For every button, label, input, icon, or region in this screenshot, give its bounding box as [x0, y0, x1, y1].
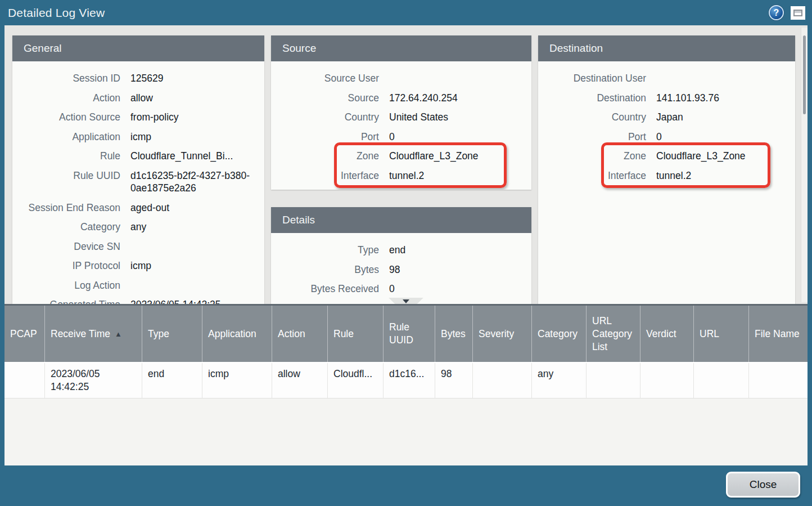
field-row: Source User — [271, 69, 531, 88]
field-row: Category any — [12, 217, 264, 237]
field-row: Destination 141.101.93.76 — [538, 88, 795, 108]
column-header[interactable]: Type — [142, 306, 202, 362]
field-row: Country United States — [271, 108, 531, 127]
field-value: Cloudflare_Tunnel_Bi... — [130, 150, 240, 163]
field-row: Rule UUID d1c16235-b2f2-4327-b380-0ae187… — [12, 166, 264, 198]
field-label: Destination User — [538, 72, 656, 85]
field-label: Type — [271, 244, 389, 257]
field-row: Port 0 — [538, 127, 795, 147]
field-value: 141.101.93.76 — [656, 92, 726, 105]
field-value: 2023/06/05 14:42:25 — [130, 298, 228, 304]
column-header[interactable]: Application — [202, 306, 272, 362]
column-header[interactable]: PCAP — [4, 306, 45, 362]
column-header[interactable]: File Name — [749, 306, 808, 362]
field-value: United States — [389, 111, 455, 124]
table-cell[interactable] — [4, 363, 45, 398]
table-cell[interactable]: icmp — [202, 363, 272, 398]
field-value — [130, 240, 137, 253]
field-row: Action allow — [12, 88, 264, 108]
field-label: Application — [12, 131, 130, 144]
page-title: Detailed Log View — [8, 6, 105, 20]
log-table-header: PCAP Receive Time ▲ Type Application — [4, 306, 808, 362]
field-value — [130, 279, 137, 292]
field-value: Cloudflare_L3_Zone — [389, 150, 485, 163]
general-panel-body: Session ID 125629 Action allow Action So… — [12, 61, 264, 304]
field-label: Bytes Received — [271, 283, 389, 295]
column-header-label: URL Category List — [592, 315, 634, 353]
field-label: Category — [12, 221, 130, 234]
column-header-label: Type — [148, 328, 169, 341]
field-value: 0 — [389, 283, 402, 295]
details-panel: Details Type end Bytes 98 — [271, 207, 531, 304]
table-cell[interactable] — [694, 363, 749, 398]
table-cell[interactable]: d1c16... — [384, 363, 435, 398]
table-empty-area — [4, 398, 808, 465]
field-label: Zone — [271, 150, 389, 163]
column-header-label: Action — [278, 328, 305, 341]
chevron-down-icon — [403, 299, 409, 303]
column-header[interactable]: URL Category List — [587, 306, 640, 362]
field-label: Session ID — [12, 72, 130, 85]
field-label: Rule UUID — [12, 169, 130, 195]
field-row: Bytes Received 0 — [271, 279, 531, 299]
field-label: Interface — [538, 169, 656, 182]
field-value: Cloudflare_L3_Zone — [656, 150, 752, 163]
field-value: 172.64.240.254 — [389, 92, 464, 105]
field-value: tunnel.2 — [656, 169, 698, 182]
destination-panel-header: Destination — [538, 35, 795, 61]
field-value: d1c16235-b2f2-4327-b380-0ae1875e2a26 — [130, 169, 264, 195]
field-row: Session ID 125629 — [12, 69, 264, 88]
details-panel-body: Type end Bytes 98 Bytes Received 0 — [271, 233, 531, 304]
field-value: Japan — [656, 111, 690, 124]
table-cell[interactable]: 98 — [435, 363, 473, 398]
column-header[interactable]: Verdict — [640, 306, 694, 362]
field-label: Generated Time — [12, 298, 130, 304]
field-row: Interface tunnel.2 — [538, 166, 795, 186]
field-row: Session End Reason aged-out — [12, 198, 264, 218]
window-icon[interactable] — [791, 6, 805, 20]
column-header[interactable]: Category — [532, 306, 587, 362]
help-icon[interactable]: ? — [769, 5, 784, 20]
field-value: icmp — [130, 259, 158, 272]
column-header[interactable]: Rule — [328, 306, 384, 362]
general-panel: General Session ID 125629 Action allow A… — [12, 35, 264, 304]
dialog-footer: Close — [0, 463, 812, 506]
field-row: Rule Cloudflare_Tunnel_Bi... — [12, 146, 264, 166]
destination-boxed-rows: Zone Cloudflare_L3_Zone Interface tunnel… — [538, 146, 795, 185]
window-icon-glyph — [793, 10, 802, 16]
column-header-label: URL — [700, 328, 719, 341]
destination-panel-body: Destination User Destination 141.101.93.… — [538, 61, 795, 304]
field-label: Action — [12, 92, 130, 105]
table-cell[interactable] — [473, 363, 532, 398]
field-row: Generated Time 2023/06/05 14:42:25 — [12, 295, 264, 304]
field-label: Country — [538, 111, 656, 124]
scrollbar-thumb[interactable] — [803, 35, 806, 114]
table-cell[interactable]: 2023/06/05 14:42:25 — [45, 363, 142, 398]
table-cell[interactable]: any — [532, 363, 587, 398]
column-header[interactable]: URL — [694, 306, 749, 362]
close-button[interactable]: Close — [726, 472, 800, 498]
table-cell[interactable] — [640, 363, 694, 398]
column-header[interactable]: Severity — [473, 306, 532, 362]
middle-column: Source Source User Source 172.64. — [271, 35, 531, 304]
vertical-scrollbar[interactable] — [801, 28, 808, 302]
destination-rows: Destination User Destination 141.101.93.… — [538, 69, 795, 146]
field-value: allow — [130, 92, 160, 105]
table-cell[interactable]: allow — [272, 363, 328, 398]
column-header[interactable]: Bytes — [435, 306, 473, 362]
column-header[interactable]: Receive Time ▲ — [45, 306, 142, 362]
field-label: Session End Reason — [12, 201, 130, 214]
table-row[interactable]: 2023/06/05 14:42:25 end icmp allow Cloud… — [4, 362, 808, 398]
column-header-label: Application — [208, 328, 256, 341]
column-header[interactable]: Rule UUID — [384, 306, 435, 362]
column-header[interactable]: Action — [272, 306, 328, 362]
field-value: 0 — [389, 131, 402, 144]
table-cell[interactable]: Cloudfl... — [328, 363, 384, 398]
table-cell[interactable]: end — [142, 363, 202, 398]
field-value: 98 — [389, 263, 407, 276]
field-label: Port — [271, 131, 389, 144]
table-cell[interactable] — [587, 363, 640, 398]
field-row: IP Protocol icmp — [12, 256, 264, 276]
field-label: Port — [538, 131, 656, 144]
table-cell[interactable] — [749, 363, 808, 398]
